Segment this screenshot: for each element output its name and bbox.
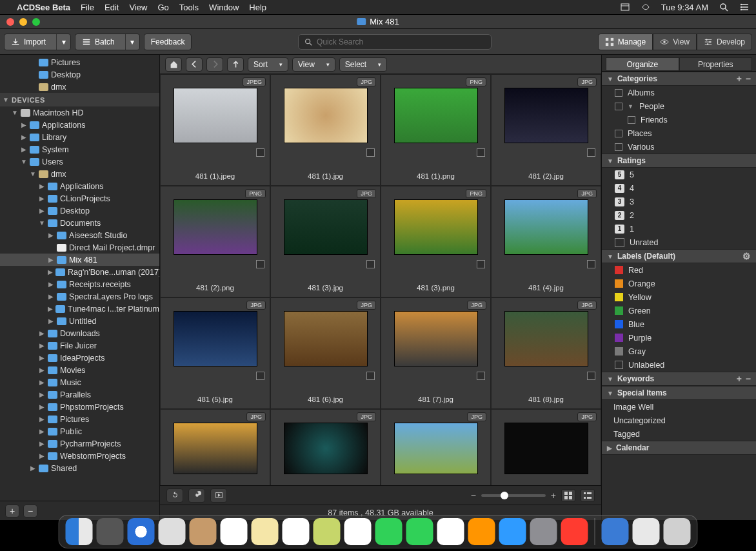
select-checkbox[interactable]: [587, 372, 595, 380]
tree-row[interactable]: ▶Parallels: [0, 388, 159, 401]
dock-messages[interactable]: [375, 518, 403, 545]
category-row[interactable]: Various: [602, 140, 756, 154]
thumbnail-cell[interactable]: JPG481 (6).jpg: [270, 297, 381, 409]
select-checkbox[interactable]: [477, 260, 485, 268]
dock-appstore[interactable]: [499, 518, 526, 545]
select-checkbox[interactable]: [256, 260, 264, 268]
select-checkbox[interactable]: [477, 372, 485, 380]
label-row[interactable]: Purple: [602, 331, 756, 345]
thumbnail-cell[interactable]: JPG481 (2).jpg: [491, 74, 601, 186]
labels-header[interactable]: ▼Labels (Default) ⚙: [602, 249, 756, 263]
tree-row[interactable]: ▶PhpstormProjects: [0, 401, 159, 413]
add-folder-button[interactable]: +: [5, 505, 19, 517]
list-view-button[interactable]: [581, 489, 595, 502]
tree-row[interactable]: ▶Downloads: [0, 327, 159, 339]
menubar-clock[interactable]: Tue 9:34 AM: [661, 3, 708, 12]
rating-row[interactable]: 44: [602, 181, 756, 195]
tree-row[interactable]: ▶System: [0, 143, 159, 155]
dock-folder[interactable]: [602, 518, 629, 545]
thumbs-view-button[interactable]: [561, 489, 575, 502]
disclosure-icon[interactable]: ▶: [39, 354, 45, 361]
label-row[interactable]: Blue: [602, 317, 756, 331]
tree-row[interactable]: ▶Library: [0, 131, 159, 143]
checkbox[interactable]: [615, 103, 622, 110]
remove-category-icon[interactable]: −: [746, 74, 751, 84]
thumbnail-image[interactable]: [504, 88, 588, 143]
disclosure-icon[interactable]: ▶: [30, 465, 36, 472]
dock-mail[interactable]: [159, 518, 186, 545]
thumbnail-image[interactable]: [284, 423, 368, 474]
select-checkbox[interactable]: [366, 372, 375, 380]
thumbnail-cell[interactable]: PNG481 (3).png: [381, 186, 491, 297]
rating-row[interactable]: 55: [602, 168, 756, 181]
tree-row[interactable]: ▶Rag'n'Bone...uman (2017): [0, 266, 159, 278]
feedback-button[interactable]: Feedback: [144, 34, 192, 50]
tree-row[interactable]: ▶Mix 481: [0, 254, 159, 266]
tree-row[interactable]: ▶Music: [0, 376, 159, 388]
select-checkbox[interactable]: [256, 148, 264, 157]
disclosure-icon[interactable]: ▶: [21, 134, 27, 141]
thumbnail-image[interactable]: [394, 88, 478, 143]
label-row[interactable]: Orange: [602, 277, 756, 290]
special-row[interactable]: Tagged: [602, 427, 756, 441]
label-row[interactable]: Red: [602, 263, 756, 277]
special-header[interactable]: ▼Special Items: [602, 386, 756, 400]
tree-row[interactable]: ▼Users: [0, 155, 159, 168]
dock-folder-2[interactable]: [633, 518, 660, 545]
special-row[interactable]: Image Well: [602, 400, 756, 414]
disclosure-icon[interactable]: ▶: [39, 379, 45, 386]
select-checkbox[interactable]: [366, 260, 375, 268]
tree-row[interactable]: ▶Tune4mac i...ter Platinum: [0, 303, 159, 315]
dock-facetime[interactable]: [406, 518, 433, 545]
dock-preferences[interactable]: [530, 518, 557, 545]
checkbox[interactable]: [628, 116, 635, 124]
disclosure-icon[interactable]: ▶: [39, 428, 45, 435]
thumbnail-cell[interactable]: JPG481 (8).jpg: [491, 297, 601, 409]
window-minimize[interactable]: [19, 18, 27, 26]
edit-menu[interactable]: Edit: [104, 3, 119, 12]
select-checkbox[interactable]: [256, 372, 264, 380]
checkbox[interactable]: [615, 143, 622, 151]
disclosure-icon[interactable]: ▶: [48, 268, 53, 276]
thumbnail-cell[interactable]: JPG: [270, 409, 381, 485]
thumbnail-image[interactable]: [504, 199, 588, 255]
menubar-extra-icon[interactable]: [620, 2, 630, 12]
tree-row[interactable]: ▶Desktop: [0, 205, 159, 217]
disclosure-icon[interactable]: ▶: [48, 317, 54, 325]
thumbnail-image[interactable]: [394, 199, 478, 255]
disclosure-icon[interactable]: ▶: [48, 281, 54, 288]
dock-calendar[interactable]: [221, 518, 248, 545]
disclosure-icon[interactable]: ▼: [21, 158, 27, 165]
disclosure-icon[interactable]: ▶: [39, 330, 45, 337]
label-row[interactable]: Gray: [602, 345, 756, 358]
dock-notes[interactable]: [252, 518, 279, 545]
go-menu[interactable]: Go: [157, 3, 168, 12]
thumbnail-cell[interactable]: JPG481 (1).jpg: [270, 74, 381, 186]
tree-row[interactable]: ▼DEVICES: [0, 93, 159, 106]
disclosure-icon[interactable]: ▶: [21, 121, 27, 128]
tab-organize[interactable]: Organize: [606, 57, 679, 71]
disclosure-icon[interactable]: ▼: [39, 219, 45, 226]
spotlight-icon[interactable]: [719, 2, 729, 12]
select-checkbox[interactable]: [587, 148, 595, 157]
select-checkbox[interactable]: [587, 260, 595, 268]
category-row[interactable]: ▼People: [602, 99, 756, 113]
dock-finder[interactable]: [66, 518, 93, 545]
keywords-header[interactable]: ▼Keywords +−: [602, 372, 756, 386]
thumbnail-image[interactable]: [174, 311, 257, 366]
category-row[interactable]: Friends: [602, 113, 756, 126]
thumbnail-image[interactable]: [284, 199, 368, 255]
help-menu[interactable]: Help: [249, 3, 266, 12]
menubar-extra-icon-2[interactable]: [641, 2, 651, 12]
slideshow-button[interactable]: [210, 488, 227, 503]
disclosure-icon[interactable]: ▶: [39, 366, 45, 374]
calendar-header[interactable]: ▶Calendar: [602, 441, 756, 455]
disclosure-icon[interactable]: ▶: [39, 391, 45, 398]
category-row[interactable]: Albums: [602, 86, 756, 99]
special-row[interactable]: Uncategorized: [602, 414, 756, 427]
dock-safari[interactable]: [128, 518, 155, 545]
labels-gear-icon[interactable]: ⚙: [742, 251, 751, 261]
rotate-cw-button[interactable]: [188, 488, 205, 503]
tree-row[interactable]: ▶SpectraLayers Pro logs: [0, 290, 159, 303]
checkbox[interactable]: [615, 89, 622, 97]
